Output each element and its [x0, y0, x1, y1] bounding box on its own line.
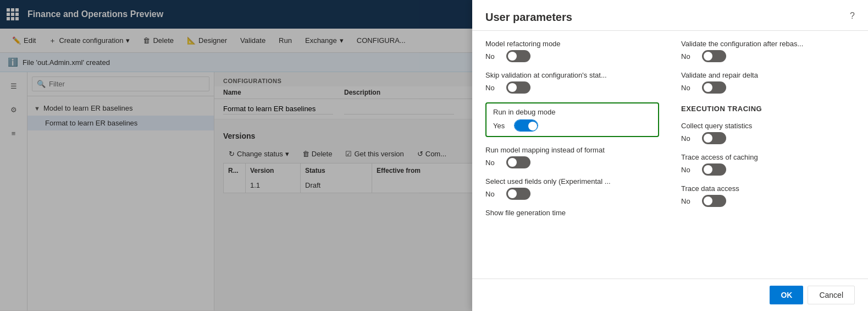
trace-data-access-value: No [681, 197, 696, 205]
collect-query-stats-toggle[interactable] [702, 132, 726, 144]
collect-query-stats-group: Collect query statistics No [681, 122, 855, 144]
dialog-title: User parameters [485, 11, 572, 24]
skip-validation-group: Skip validation at configuration's stat.… [485, 71, 659, 94]
trace-data-access-group: Trace data access No [681, 184, 855, 207]
model-refactoring-value: No [485, 52, 501, 61]
execution-tracing-header: EXECUTION TRACING [681, 105, 855, 113]
select-used-fields-row: No [485, 188, 659, 200]
trace-access-caching-group: Trace access of caching No [681, 153, 855, 176]
trace-data-access-toggle[interactable] [702, 195, 726, 207]
run-debug-toggle[interactable] [514, 119, 538, 132]
dialog-right-col: Validate the configuration after rebas..… [681, 40, 855, 270]
select-used-fields-value: No [485, 190, 501, 198]
model-refactoring-group: Model refactoring mode No [485, 40, 659, 62]
run-debug-value: Yes [493, 122, 508, 130]
run-debug-row: Yes [493, 119, 651, 132]
trace-access-caching-toggle[interactable] [702, 163, 726, 176]
select-used-fields-label: Select used fields only (Experimental ..… [485, 177, 659, 185]
select-used-fields-group: Select used fields only (Experimental ..… [485, 177, 659, 200]
dialog-body: Model refactoring mode No Skip validatio… [472, 31, 868, 279]
validate-rebase-label: Validate the configuration after rebas..… [681, 40, 855, 48]
collect-query-stats-value: No [681, 134, 696, 143]
collect-query-stats-row: No [681, 132, 855, 144]
cancel-button[interactable]: Cancel [808, 286, 855, 304]
trace-data-access-label: Trace data access [681, 184, 855, 193]
dialog-header: User parameters ? [472, 0, 868, 31]
trace-access-caching-value: No [681, 166, 696, 174]
model-refactoring-row: No [485, 50, 659, 62]
model-refactoring-label: Model refactoring mode [485, 40, 659, 48]
select-used-fields-toggle[interactable] [506, 188, 530, 200]
skip-validation-row: No [485, 81, 659, 94]
ok-button[interactable]: OK [770, 286, 803, 304]
skip-validation-value: No [485, 84, 501, 92]
trace-data-access-row: No [681, 195, 855, 207]
modal-overlay[interactable] [0, 0, 473, 311]
trace-access-caching-label: Trace access of caching [681, 153, 855, 161]
run-model-mapping-value: No [485, 159, 501, 167]
collect-query-stats-label: Collect query statistics [681, 122, 855, 130]
model-refactoring-toggle[interactable] [506, 50, 530, 62]
run-model-mapping-label: Run model mapping instead of format [485, 146, 659, 154]
validate-repair-row: No [681, 81, 855, 94]
skip-validation-label: Skip validation at configuration's stat.… [485, 71, 659, 79]
validate-rebase-row: No [681, 50, 855, 62]
dialog-footer: OK Cancel [472, 279, 868, 311]
run-debug-label: Run in debug mode [493, 108, 555, 116]
skip-validation-toggle[interactable] [506, 81, 530, 94]
run-model-mapping-row: No [485, 156, 659, 168]
validate-repair-group: Validate and repair delta No [681, 71, 855, 94]
validate-rebase-value: No [681, 52, 696, 61]
help-icon[interactable]: ? [850, 11, 855, 21]
show-file-gen-group: Show file generation time [485, 209, 659, 217]
validate-repair-toggle[interactable] [702, 81, 726, 94]
run-debug-group: Run in debug mode Yes [485, 102, 659, 137]
user-parameters-dialog: User parameters ? Model refactoring mode… [472, 0, 868, 311]
run-model-mapping-toggle[interactable] [506, 156, 530, 168]
trace-access-caching-row: No [681, 163, 855, 176]
run-model-mapping-group: Run model mapping instead of format No [485, 146, 659, 168]
show-file-gen-label: Show file generation time [485, 209, 659, 217]
validate-rebase-group: Validate the configuration after rebas..… [681, 40, 855, 62]
dialog-left-col: Model refactoring mode No Skip validatio… [485, 40, 659, 270]
validate-rebase-toggle[interactable] [702, 50, 726, 62]
validate-repair-label: Validate and repair delta [681, 71, 855, 79]
validate-repair-value: No [681, 84, 696, 92]
